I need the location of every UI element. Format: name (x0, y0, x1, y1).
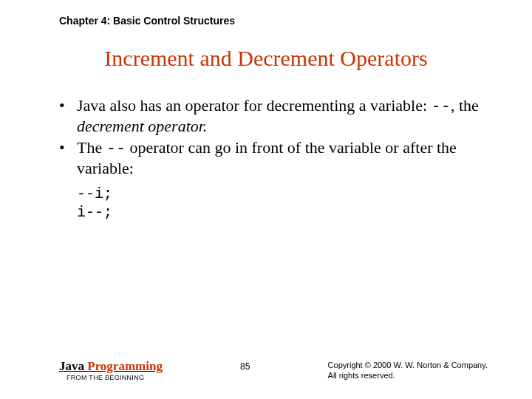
slide-content: • Java also has an operator for decremen… (59, 96, 480, 222)
bullet-marker: • (59, 96, 77, 137)
code-line: --i; (77, 185, 480, 203)
text-fragment: Java also has an operator for decrementi… (77, 96, 432, 115)
bullet-text: Java also has an operator for decrementi… (77, 96, 480, 137)
book-subtitle: FROM THE BEGINNING (66, 375, 163, 381)
copyright: Copyright © 2000 W. W. Norton & Company.… (328, 360, 488, 381)
text-fragment: The (77, 138, 106, 157)
text-fragment: , the (451, 96, 479, 115)
code-inline: -- (106, 140, 126, 158)
text-fragment: operator can go in front of the variable… (77, 138, 457, 177)
bullet-text: The -- operator can go in front of the v… (77, 138, 480, 179)
term-italic: decrement operator. (77, 117, 207, 135)
code-block: --i; i--; (77, 185, 480, 222)
bullet-item: • Java also has an operator for decremen… (59, 96, 480, 137)
bullet-marker: • (59, 138, 77, 179)
book-title-java: Java (59, 359, 87, 373)
page-number: 85 (240, 361, 250, 372)
slide-footer: Java Programming FROM THE BEGINNING 85 C… (59, 360, 488, 381)
slide-title: Increment and Decrement Operators (0, 46, 532, 71)
book-title: Java Programming (59, 360, 163, 373)
code-line: i--; (77, 203, 480, 222)
bullet-item: • The -- operator can go in front of the… (59, 138, 480, 179)
copyright-line: All rights reserved. (328, 370, 488, 381)
copyright-line: Copyright © 2000 W. W. Norton & Company. (328, 360, 488, 370)
book-title-block: Java Programming FROM THE BEGINNING (59, 360, 163, 381)
chapter-header: Chapter 4: Basic Control Structures (59, 15, 235, 27)
book-title-programming: Programming (87, 359, 163, 373)
code-inline: -- (432, 98, 451, 116)
